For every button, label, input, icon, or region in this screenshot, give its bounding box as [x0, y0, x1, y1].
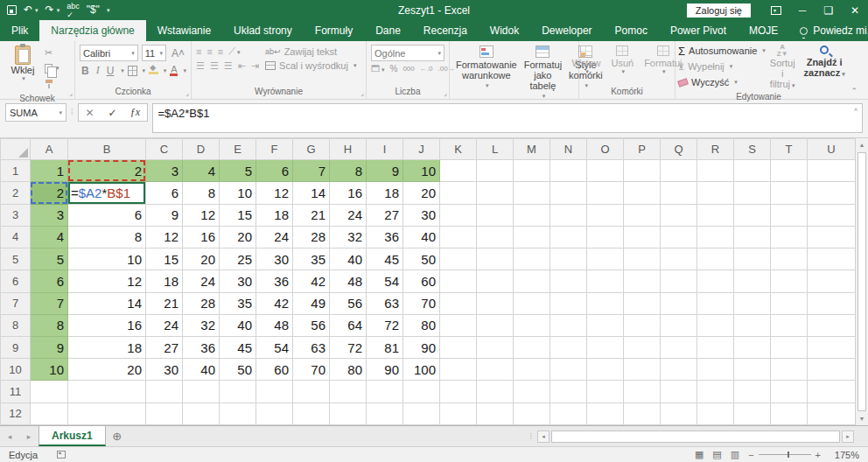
- cell-U3[interactable]: [808, 204, 856, 226]
- cell-A10[interactable]: 10: [31, 359, 68, 381]
- cell-U5[interactable]: [808, 248, 856, 270]
- cell-L6[interactable]: [477, 270, 514, 292]
- save-icon[interactable]: [7, 5, 17, 15]
- cell-R4[interactable]: [697, 226, 734, 248]
- column-header-I[interactable]: I: [367, 139, 403, 160]
- sheet-tab-arkusz1[interactable]: Arkusz1: [38, 426, 106, 446]
- increase-decimal-icon[interactable]: ←.0: [420, 65, 433, 73]
- alignment-dialog-launcher-icon[interactable]: ⌟: [360, 90, 364, 97]
- align-top-icon[interactable]: ≡: [196, 46, 200, 57]
- cell-Q5[interactable]: [661, 248, 697, 270]
- tab-narzędzia-główne[interactable]: Narzędzia główne: [39, 20, 145, 41]
- cell-P3[interactable]: [624, 204, 661, 226]
- cell-U2[interactable]: [808, 182, 856, 204]
- cell-A5[interactable]: 5: [31, 248, 68, 270]
- cell-L2[interactable]: [477, 182, 514, 204]
- cell-N3[interactable]: [550, 204, 587, 226]
- zoom-slider[interactable]: [759, 454, 811, 455]
- cell-S5[interactable]: [734, 248, 771, 270]
- cell-J10[interactable]: 100: [403, 359, 440, 381]
- cell-A6[interactable]: 6: [31, 270, 68, 292]
- tab-recenzja[interactable]: Recenzja: [412, 20, 479, 41]
- cell-C6[interactable]: 18: [146, 270, 183, 292]
- column-header-U[interactable]: U: [808, 139, 856, 160]
- column-header-O[interactable]: O: [587, 139, 624, 160]
- cell-M12[interactable]: [514, 402, 550, 424]
- row-header-8[interactable]: 8: [1, 314, 31, 336]
- scroll-right-icon[interactable]: ▸: [842, 430, 854, 443]
- row-header-1[interactable]: 1: [1, 160, 31, 182]
- cell-J7[interactable]: 70: [403, 292, 440, 314]
- zoom-slider-thumb[interactable]: [788, 452, 789, 458]
- cell-J3[interactable]: 30: [403, 204, 440, 226]
- cell-I5[interactable]: 45: [367, 248, 403, 270]
- cell-N8[interactable]: [550, 314, 587, 336]
- cell-L12[interactable]: [477, 402, 514, 424]
- cell-H11[interactable]: [330, 381, 367, 402]
- column-header-B[interactable]: B: [68, 139, 146, 160]
- cell-E3[interactable]: 15: [220, 204, 256, 226]
- cell-E4[interactable]: 20: [220, 226, 256, 248]
- cell-S10[interactable]: [734, 359, 771, 381]
- cell-K6[interactable]: [440, 270, 477, 292]
- row-header-2[interactable]: 2: [1, 182, 31, 204]
- cell-M1[interactable]: [514, 160, 550, 182]
- cell-C1[interactable]: 3: [146, 160, 183, 182]
- cell-F6[interactable]: 36: [256, 270, 293, 292]
- cell-I9[interactable]: 81: [367, 336, 403, 358]
- cell-U12[interactable]: [808, 402, 856, 424]
- vertical-scrollbar[interactable]: ▲ ▼: [855, 138, 868, 425]
- cell-N7[interactable]: [550, 292, 587, 314]
- cell-G7[interactable]: 49: [293, 292, 330, 314]
- number-dialog-launcher-icon[interactable]: ⌟: [444, 90, 447, 97]
- cell-F3[interactable]: 18: [256, 204, 293, 226]
- cell-C3[interactable]: 9: [146, 204, 183, 226]
- cell-R1[interactable]: [697, 160, 734, 182]
- align-left-icon[interactable]: ☰: [196, 60, 204, 72]
- cell-M5[interactable]: [514, 248, 550, 270]
- normal-view-icon[interactable]: ▦: [695, 449, 704, 460]
- qat-customize-icon[interactable]: ▾: [107, 7, 110, 14]
- row-header-3[interactable]: 3: [1, 204, 31, 226]
- cell-B4[interactable]: 8: [68, 226, 146, 248]
- number-format-select[interactable]: Ogólne▾: [371, 45, 444, 61]
- cell-P8[interactable]: [624, 314, 661, 336]
- currency-macro-icon[interactable]: "$": [87, 0, 100, 20]
- minimize-button[interactable]: ─: [789, 0, 816, 20]
- row-header-10[interactable]: 10: [1, 359, 31, 381]
- cell-P4[interactable]: [624, 226, 661, 248]
- autosum-button[interactable]: ΣAutosumowanie▾: [678, 44, 766, 58]
- cell-A8[interactable]: 8: [31, 314, 68, 336]
- clear-button[interactable]: Wyczyść▾: [678, 75, 766, 89]
- cell-E7[interactable]: 35: [220, 292, 256, 314]
- cell-J1[interactable]: 10: [403, 160, 440, 182]
- row-header-12[interactable]: 12: [1, 402, 31, 424]
- cell-R11[interactable]: [697, 381, 734, 402]
- tab-power-pivot[interactable]: Power Pivot: [659, 20, 738, 41]
- cell-O12[interactable]: [587, 402, 624, 424]
- expand-formula-bar-icon[interactable]: ˄: [854, 107, 858, 113]
- cell-O1[interactable]: [587, 160, 624, 182]
- cell-I7[interactable]: 63: [367, 292, 403, 314]
- column-header-L[interactable]: L: [477, 139, 514, 160]
- cell-F5[interactable]: 30: [256, 248, 293, 270]
- cell-O10[interactable]: [587, 359, 624, 381]
- cell-O8[interactable]: [587, 314, 624, 336]
- insert-function-button[interactable]: ƒx: [124, 106, 147, 119]
- cell-F8[interactable]: 48: [256, 314, 293, 336]
- cell-T4[interactable]: [771, 226, 808, 248]
- cell-D5[interactable]: 20: [183, 248, 220, 270]
- cell-K12[interactable]: [440, 402, 477, 424]
- zoom-out-icon[interactable]: −: [748, 450, 753, 460]
- cell-K3[interactable]: [440, 204, 477, 226]
- cell-C4[interactable]: 12: [146, 226, 183, 248]
- cell-G5[interactable]: 35: [293, 248, 330, 270]
- cell-M3[interactable]: [514, 204, 550, 226]
- cell-H7[interactable]: 56: [330, 292, 367, 314]
- column-header-H[interactable]: H: [330, 139, 367, 160]
- cell-S4[interactable]: [734, 226, 771, 248]
- cell-J6[interactable]: 60: [403, 270, 440, 292]
- align-right-icon[interactable]: ☰: [224, 60, 232, 72]
- cell-K2[interactable]: [440, 182, 477, 204]
- cell-M10[interactable]: [514, 359, 550, 381]
